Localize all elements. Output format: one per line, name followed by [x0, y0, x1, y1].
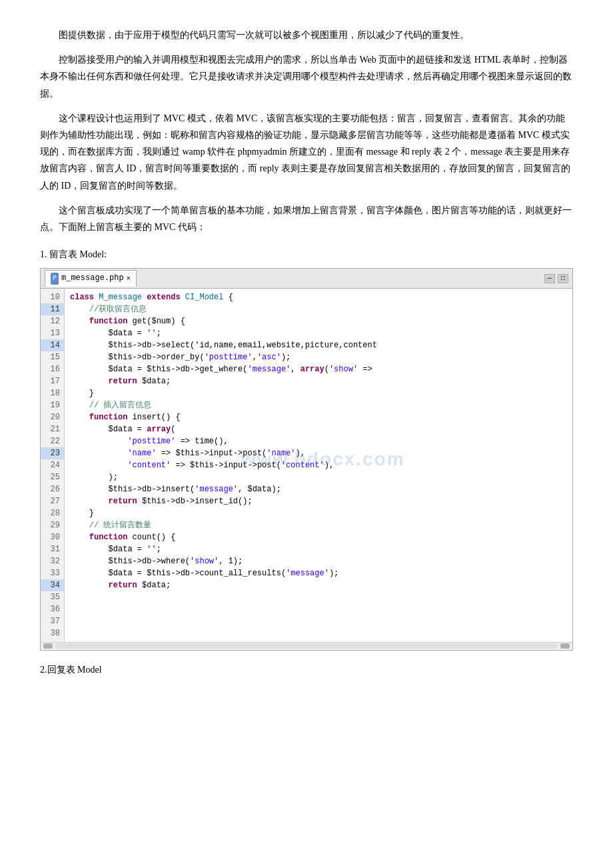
line-number: 28	[41, 507, 64, 519]
line-number: 33	[41, 567, 64, 579]
code-line: 'posttime' => time(),	[70, 435, 567, 447]
line-number: 26	[41, 483, 64, 495]
code-line: $this->db->where('show', 1);	[70, 555, 567, 567]
editor-tabs: P m_message.php ✕	[45, 270, 137, 287]
code-line: $this->db->select('id,name,email,website…	[70, 339, 567, 351]
line-number: 34	[41, 579, 64, 591]
line-number: 16	[41, 363, 64, 375]
horizontal-scrollbar[interactable]	[41, 642, 572, 650]
code-line: $data = array(	[70, 423, 567, 435]
code-line: return $data;	[70, 375, 567, 387]
code-line: // 插入留言信息	[70, 399, 567, 411]
line-number: 18	[41, 387, 64, 399]
line-number: 21	[41, 423, 64, 435]
tab-close-icon[interactable]: ✕	[127, 273, 131, 285]
code-line: function count() {	[70, 531, 567, 543]
line-number: 31	[41, 543, 64, 555]
line-number: 37	[41, 615, 64, 627]
line-number: 17	[41, 375, 64, 387]
code-line: $this->db->order_by('posttime','asc');	[70, 351, 567, 363]
code-line: }	[70, 387, 567, 399]
paragraph-2: 控制器接受用户的输入并调用模型和视图去完成用户的需求，所以当单击 Web 页面中…	[40, 51, 573, 102]
code-line: $this->db->insert('message', $data);	[70, 483, 567, 495]
code-line: //获取留言信息	[70, 303, 567, 315]
code-content-area: class M_message extends CI_Model { //获取留…	[65, 289, 572, 642]
line-number: 15	[41, 351, 64, 363]
paragraph-3: 这个课程设计也运用到了 MVC 模式，依着 MVC，该留言板实现的主要功能包括：…	[40, 110, 573, 194]
editor-tab-file[interactable]: P m_message.php ✕	[45, 270, 137, 287]
code-line: // 统计留言数量	[70, 519, 567, 531]
line-number: 20	[41, 411, 64, 423]
line-number: 14	[41, 339, 64, 351]
section1-title: 1. 留言表 Model:	[40, 246, 573, 263]
minimize-button[interactable]: —	[544, 274, 555, 283]
code-line: $data = $this->db->get_where('message', …	[70, 363, 567, 375]
code-line: $data = '';	[70, 327, 567, 339]
code-line: class M_message extends CI_Model {	[70, 291, 567, 303]
code-line: $data = $this->db->count_all_results('me…	[70, 567, 567, 579]
line-number: 30	[41, 531, 64, 543]
code-line: function get($num) {	[70, 315, 567, 327]
line-number: 23	[41, 447, 64, 459]
line-number: 29	[41, 519, 64, 531]
code-line: 'content' => $this->input->post('content…	[70, 459, 567, 471]
line-number: 22	[41, 435, 64, 447]
line-number: 12	[41, 315, 64, 327]
php-icon: P	[51, 273, 59, 285]
code-line: function insert() {	[70, 411, 567, 423]
editor-body: 1011121314151617181920212223242526272829…	[41, 289, 572, 642]
line-number: 35	[41, 591, 64, 603]
paragraph-1: 图提供数据，由于应用于模型的代码只需写一次就可以被多个视图重用，所以减少了代码的…	[40, 27, 573, 43]
paragraph-4: 这个留言板成功实现了一个简单留言板的基本功能，如果增加上留言背景，留言字体颜色，…	[40, 202, 573, 235]
line-number: 11	[41, 303, 64, 315]
code-line: $data = '';	[70, 543, 567, 555]
line-number: 38	[41, 627, 64, 639]
line-numbers: 1011121314151617181920212223242526272829…	[41, 289, 65, 642]
line-number: 24	[41, 459, 64, 471]
line-number: 32	[41, 555, 64, 567]
section2-title: 2.回复表 Model	[40, 661, 573, 678]
code-line: );	[70, 471, 567, 483]
line-number: 27	[41, 495, 64, 507]
code-line: 'name' => $this->input->post('name'),	[70, 447, 567, 459]
editor-titlebar: P m_message.php ✕ — □	[41, 269, 572, 289]
code-line: return $this->db->insert_id();	[70, 495, 567, 507]
line-number: 36	[41, 603, 64, 615]
code-line: }	[70, 507, 567, 519]
restore-button[interactable]: □	[558, 274, 568, 283]
line-number: 25	[41, 471, 64, 483]
line-number: 13	[41, 327, 64, 339]
scrollbar-track	[55, 643, 558, 649]
code-editor: P m_message.php ✕ — □ 101112131415161718…	[40, 268, 573, 651]
code-line: return $data;	[70, 579, 567, 591]
line-number: 19	[41, 399, 64, 411]
tab-filename: m_message.php	[61, 271, 124, 286]
editor-window-controls: — □	[544, 274, 568, 283]
line-number: 10	[41, 291, 64, 303]
